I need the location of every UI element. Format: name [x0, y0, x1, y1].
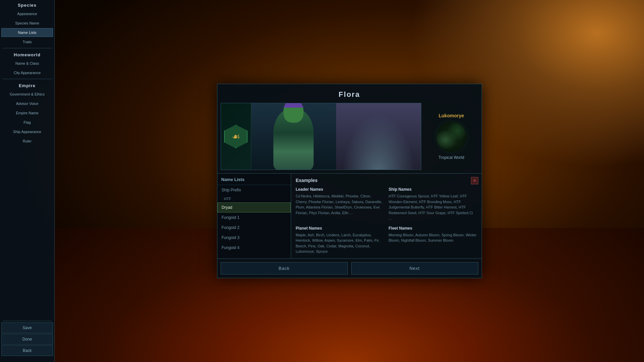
- modal: Flora ☙: [217, 84, 482, 278]
- done-button[interactable]: Done: [1, 334, 53, 345]
- sidebar-item-advisor-voice[interactable]: Advisor Voice: [1, 99, 53, 108]
- arch-inner: [336, 103, 421, 170]
- sidebar-item-name-class[interactable]: Name & Class: [1, 59, 53, 68]
- sidebar-item-ship-appearance[interactable]: Ship Appearance: [1, 127, 53, 136]
- portrait-section: ☙ Lukomorye: [217, 103, 482, 173]
- examples-grid: Leader Names Ce'Nedra, Hibibiscra, Mieli…: [296, 187, 477, 254]
- ship-prefix-item[interactable]: Ship Prefix: [217, 185, 291, 195]
- leader-names-text: Ce'Nedra, Hibibiscra, Mielikki, Phoebe, …: [296, 193, 384, 216]
- sidebar-species-section: Species: [0, 0, 54, 9]
- planet-names-text: Maple, Ash, Birch, Lindens, Larch, Eucal…: [296, 232, 384, 254]
- sidebar-item-flag[interactable]: Flag: [1, 118, 53, 127]
- modal-title: Flora: [217, 84, 482, 103]
- leader-names-block: Leader Names Ce'Nedra, Hibibiscra, Mieli…: [296, 187, 384, 221]
- ship-names-text: HTF Courageous Sprout, HTF Yellow Leaf, …: [389, 193, 477, 221]
- main-content: Flora ☙: [55, 0, 644, 362]
- portrait-bg-arch: [336, 103, 421, 170]
- examples-column: Examples ✕ Leader Names Ce'Nedra, Hibibi…: [291, 174, 482, 258]
- back-sidebar-button[interactable]: Back: [1, 345, 53, 356]
- list-column: Name Lists Ship Prefix HTF Dryad Fungoid…: [217, 174, 291, 258]
- sidebar-item-ruler[interactable]: Ruler: [1, 137, 53, 145]
- sidebar-item-species-name[interactable]: Species Name: [1, 19, 53, 27]
- list-item-dryad[interactable]: Dryad: [217, 202, 291, 213]
- emblem-symbol-icon: ☙: [232, 131, 240, 142]
- portrait-character: [251, 103, 336, 170]
- list-item-fungoid3[interactable]: Fungoid 3: [217, 233, 291, 243]
- ship-names-block: Ship Names HTF Courageous Sprout, HTF Ye…: [389, 187, 477, 221]
- sidebar-item-appearance[interactable]: Appearance: [1, 9, 53, 18]
- sidebar-item-government-ethics[interactable]: Government & Ethics: [1, 90, 53, 99]
- sidebar: Species Appearance Species Name Name Lis…: [0, 0, 55, 362]
- list-item-fungoid2[interactable]: Fungoid 2: [217, 223, 291, 233]
- back-button[interactable]: Back: [221, 262, 348, 275]
- next-button[interactable]: Next: [351, 262, 478, 275]
- close-button[interactable]: ✕: [471, 177, 478, 184]
- planet-section: Lukomorye Tropical World: [425, 103, 478, 170]
- examples-title: Examples: [296, 178, 477, 183]
- character-hair: [283, 103, 304, 108]
- name-lists-header: Name Lists: [217, 174, 291, 185]
- sidebar-empire-section: Empire: [0, 80, 54, 89]
- character-head: [283, 103, 304, 123]
- sidebar-bottom-actions: Save Done Back: [0, 319, 54, 362]
- list-item-fungoid4[interactable]: Fungoid 4: [217, 243, 291, 253]
- ship-prefix-value[interactable]: HTF: [217, 195, 291, 202]
- portrait-emblem: ☙: [221, 103, 251, 170]
- fleet-names-title: Fleet Names: [389, 226, 477, 231]
- modal-footer: Back Next: [217, 258, 482, 278]
- list-item-fungoid1[interactable]: Fungoid 1: [217, 213, 291, 223]
- planet-surface: [436, 122, 467, 152]
- planet-name: Lukomorye: [439, 113, 464, 118]
- sidebar-homeworld-section: Homeworld: [0, 50, 54, 59]
- planet-type: Tropical World: [438, 155, 464, 160]
- sidebar-divider-3: [3, 321, 52, 321]
- character-figure: [273, 109, 314, 170]
- fleet-names-block: Fleet Names Morning Bloom, Autumn Bloom,…: [389, 226, 477, 254]
- ship-prefix-label: Ship Prefix: [222, 188, 241, 192]
- sidebar-divider-2: [3, 79, 52, 79]
- leader-names-title: Leader Names: [296, 187, 384, 192]
- ship-names-title: Ship Names: [389, 187, 477, 192]
- save-button[interactable]: Save: [1, 322, 53, 333]
- planet-names-title: Planet Names: [296, 226, 384, 231]
- name-lists-panel: Name Lists Ship Prefix HTF Dryad Fungoid…: [217, 173, 482, 258]
- sidebar-item-city-appearance[interactable]: City Appearance: [1, 68, 53, 77]
- sidebar-item-name-lists[interactable]: Name Lists: [1, 28, 53, 37]
- sidebar-item-traits[interactable]: Traits: [1, 38, 53, 46]
- portrait-main: ☙: [221, 103, 421, 170]
- planet-globe: [436, 122, 467, 152]
- sidebar-divider-1: [3, 48, 52, 48]
- fleet-names-text: Morning Bloom, Autumn Bloom, Spring Bloo…: [389, 232, 477, 243]
- sidebar-item-empire-name[interactable]: Empire Name: [1, 109, 53, 117]
- emblem-hex: ☙: [224, 125, 248, 148]
- planet-names-block: Planet Names Maple, Ash, Birch, Lindens,…: [296, 226, 384, 254]
